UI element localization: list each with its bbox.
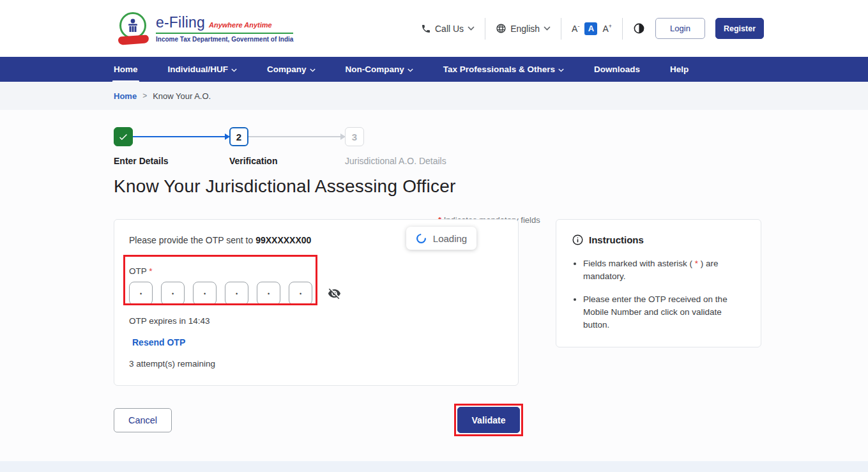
check-icon: [118, 131, 129, 142]
chevron-down-icon: [231, 68, 237, 72]
nav-item-home[interactable]: Home: [114, 57, 138, 82]
otp-input-row: • • • • • •: [129, 282, 503, 305]
nav-item-individual-huf[interactable]: Individual/HUF: [168, 57, 238, 82]
instruction-item: Please enter the OTP received on the Mob…: [583, 293, 745, 332]
instructions-card: Instructions Fields marked with asterisk…: [556, 219, 761, 347]
nav-item-downloads[interactable]: Downloads: [594, 57, 640, 82]
brand-name: e-Filing: [156, 14, 205, 31]
chevron-down-icon: [544, 26, 551, 31]
nav-item-non-company[interactable]: Non-Company: [346, 57, 413, 82]
breadcrumb-separator: >: [142, 91, 147, 100]
otp-digit-input-3[interactable]: •: [193, 282, 217, 305]
main-navbar: Home Individual/HUF Company Non-Company …: [0, 57, 868, 82]
step-pending-box: 3: [345, 127, 364, 146]
masked-mobile-number: 99XXXXXX00: [255, 235, 311, 245]
language-label: English: [510, 24, 540, 34]
chevron-down-icon: [558, 68, 564, 72]
top-header: e-Filing Anywhere Anytime Income Tax Dep…: [0, 0, 868, 57]
ashoka-pillar-icon: [126, 18, 140, 33]
toggle-otp-visibility-button[interactable]: [328, 287, 341, 300]
nav-item-company[interactable]: Company: [267, 57, 316, 82]
loading-label: Loading: [433, 233, 467, 244]
otp-digit-input-1[interactable]: •: [129, 282, 153, 305]
globe-icon: [496, 23, 506, 34]
language-menu[interactable]: English: [496, 23, 551, 34]
call-us-menu[interactable]: Call Us: [421, 24, 475, 34]
step-verification: 2 Verification: [229, 127, 248, 146]
otp-digit-input-2[interactable]: •: [161, 282, 185, 305]
breadcrumb: Home > Know Your A.O.: [0, 82, 868, 110]
instructions-title: Instructions: [589, 234, 644, 245]
otp-digit-input-4[interactable]: •: [225, 282, 248, 305]
loading-toast: Loading: [406, 227, 476, 250]
login-button[interactable]: Login: [655, 18, 705, 39]
font-decrease-button[interactable]: A-: [572, 23, 579, 34]
chevron-down-icon: [468, 26, 475, 31]
chevron-down-icon: [310, 68, 316, 72]
footer-strip: [0, 461, 868, 472]
font-size-controls: A- A A+: [572, 22, 612, 35]
main-content: Home > Know Your A.O. Enter Details 2 Ve…: [0, 82, 868, 472]
step-jurisdictional-details: 3 Jurisdictional A.O. Details: [345, 127, 364, 146]
step-enter-details: Enter Details: [114, 127, 133, 146]
otp-field-label: OTP *: [129, 266, 503, 276]
breadcrumb-current: Know Your A.O.: [153, 91, 211, 101]
phone-icon: [421, 24, 431, 34]
instruction-item: Fields marked with asterisk ( * ) are ma…: [583, 257, 745, 284]
otp-digit-input-5[interactable]: •: [257, 282, 280, 305]
step-complete-box: [114, 127, 133, 146]
cancel-button[interactable]: Cancel: [114, 408, 172, 432]
register-button[interactable]: Register: [715, 18, 764, 39]
org-subtitle: Income Tax Department, Government of Ind…: [156, 36, 293, 43]
font-increase-button[interactable]: A+: [602, 23, 612, 34]
validate-button[interactable]: Validate: [457, 407, 520, 433]
nav-item-tax-professionals[interactable]: Tax Professionals & Others: [443, 57, 564, 82]
header-divider: [561, 18, 561, 40]
otp-expiry-text: OTP expires in 14:43: [129, 316, 503, 326]
call-us-label: Call Us: [435, 24, 464, 34]
spinner-icon: [416, 233, 427, 244]
font-normal-button[interactable]: A: [584, 22, 597, 35]
info-icon: [572, 234, 584, 246]
stepper-connector-pending: [248, 136, 345, 137]
attempts-remaining-text: 3 attempt(s) remaining: [129, 359, 503, 369]
form-actions: Cancel Validate: [114, 407, 520, 433]
contrast-toggle[interactable]: [633, 22, 645, 34]
nav-item-help[interactable]: Help: [670, 57, 689, 82]
otp-digit-input-6[interactable]: •: [289, 282, 312, 305]
header-divider: [485, 18, 485, 40]
step-active-box: 2: [229, 127, 248, 146]
efiling-logo[interactable]: e-Filing Anywhere Anytime Income Tax Dep…: [118, 12, 293, 45]
brand-tagline: Anywhere Anytime: [209, 21, 272, 29]
emblem-ribbon: [118, 34, 149, 45]
breadcrumb-home-link[interactable]: Home: [114, 91, 137, 101]
page-title: Know Your Jurisdictional Assessing Offic…: [114, 176, 868, 197]
national-emblem-icon: [118, 12, 149, 45]
chevron-down-icon: [407, 68, 413, 72]
stepper-connector-done: [133, 136, 229, 137]
resend-otp-link[interactable]: Resend OTP: [132, 337, 185, 347]
header-divider: [622, 18, 623, 40]
progress-stepper: Enter Details 2 Verification 3 Jurisdict…: [114, 127, 868, 146]
eye-slash-icon: [328, 287, 341, 300]
contrast-icon: [633, 22, 645, 34]
